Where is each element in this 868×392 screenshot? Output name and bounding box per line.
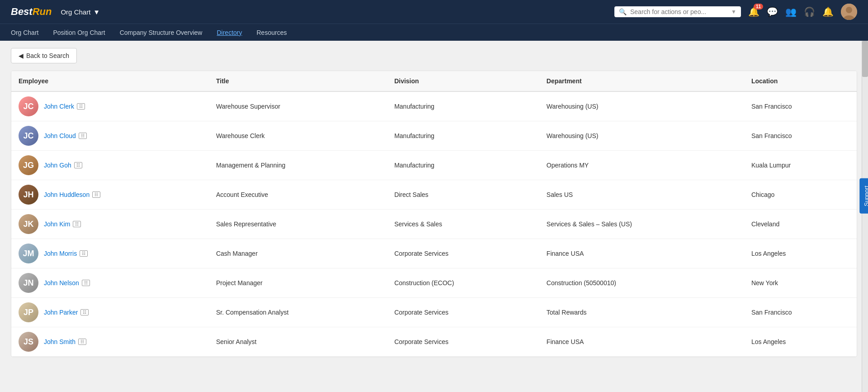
department-cell: Total Rewards: [539, 298, 744, 327]
division-cell: Corporate Services: [387, 298, 539, 327]
employee-avatar: JM: [19, 244, 38, 263]
directory-table: Employee Title Division Department Locat…: [11, 71, 857, 357]
top-bar-left: BestRun Org Chart ▼: [11, 6, 100, 18]
employee-cell-inner: JC John Clerk ☷: [19, 96, 202, 116]
avatar-initials: JN: [19, 273, 38, 293]
division-cell: Direct Sales: [387, 180, 539, 210]
employee-cell-inner: JK John Kim ☷: [19, 214, 202, 234]
table-row: JC John Clerk ☷ Warehouse SupervisorManu…: [11, 91, 857, 121]
employee-name-link[interactable]: John Goh: [44, 162, 71, 169]
employee-avatar: JG: [19, 155, 38, 175]
department-cell: Services & Sales – Sales (US): [539, 210, 744, 239]
division-cell: Corporate Services: [387, 327, 539, 357]
table-row: JP John Parker ☷ Sr. Compensation Analys…: [11, 298, 857, 327]
scrollbar-thumb[interactable]: [862, 41, 868, 77]
bell-icon: 🔔: [822, 7, 834, 17]
employee-name-link[interactable]: John Nelson: [44, 279, 79, 287]
employee-name-link[interactable]: John Morris: [44, 250, 77, 257]
logo[interactable]: BestRun: [11, 6, 52, 18]
title-cell: Project Manager: [209, 268, 387, 298]
avatar-initials: JC: [19, 96, 38, 116]
employee-name-link[interactable]: John Huddleson: [44, 191, 90, 198]
table-row: JM John Morris ☷ Cash ManagerCorporate S…: [11, 239, 857, 268]
location-cell: Kuala Lumpur: [744, 151, 857, 180]
bell-button[interactable]: 🔔: [822, 6, 834, 17]
employee-info: John Parker ☷: [44, 309, 89, 316]
scrollbar-track[interactable]: [862, 41, 868, 392]
avatar-initials: JK: [19, 214, 38, 234]
employee-card-icon[interactable]: ☷: [78, 339, 86, 345]
nav-resources[interactable]: Resources: [257, 25, 287, 40]
employee-card-icon[interactable]: ☷: [74, 162, 82, 168]
department-cell: Finance USA: [539, 327, 744, 357]
location-cell: Los Angeles: [744, 327, 857, 357]
employee-cell: JC John Cloud ☷: [11, 121, 209, 151]
avatar-initials: JP: [19, 302, 38, 322]
user-avatar[interactable]: [841, 4, 857, 20]
employee-cell-inner: JC John Cloud ☷: [19, 126, 202, 146]
col-department: Department: [539, 71, 744, 91]
search-bar[interactable]: 🔍 ▼: [614, 6, 741, 17]
employee-cell-inner: JG John Goh ☷: [19, 155, 202, 175]
employee-cell-inner: JN John Nelson ☷: [19, 273, 202, 293]
contacts-button[interactable]: 👥: [785, 6, 797, 17]
division-cell: Manufacturing: [387, 91, 539, 121]
employee-info: John Clerk ☷: [44, 103, 85, 110]
employee-cell: JS John Smith ☷: [11, 327, 209, 357]
nav-company-structure[interactable]: Company Structure Overview: [120, 25, 203, 40]
title-cell: Senior Analyst: [209, 327, 387, 357]
employee-avatar: JS: [19, 332, 38, 352]
chat-button[interactable]: 💬: [767, 6, 778, 17]
org-chart-dropdown[interactable]: Org Chart ▼: [61, 8, 100, 16]
location-cell: Los Angeles: [744, 239, 857, 268]
division-cell: Manufacturing: [387, 121, 539, 151]
title-cell: Management & Planning: [209, 151, 387, 180]
logo-run: Run: [33, 6, 52, 18]
location-cell: New York: [744, 268, 857, 298]
employee-name-link[interactable]: John Clerk: [44, 103, 74, 110]
location-cell: Chicago: [744, 180, 857, 210]
col-employee: Employee: [11, 71, 209, 91]
title-cell: Warehouse Clerk: [209, 121, 387, 151]
employee-cell: JC John Clerk ☷: [11, 91, 209, 121]
employee-card-icon[interactable]: ☷: [80, 250, 88, 257]
table-row: JS John Smith ☷ Senior AnalystCorporate …: [11, 327, 857, 357]
employee-name-link[interactable]: John Smith: [44, 338, 75, 345]
division-cell: Construction (ECOC): [387, 268, 539, 298]
employee-name-link[interactable]: John Kim: [44, 220, 70, 228]
support-tab[interactable]: Support: [860, 178, 868, 214]
employee-cell: JP John Parker ☷: [11, 298, 209, 327]
notifications-button[interactable]: 🔔 11: [748, 6, 760, 17]
employee-avatar: JC: [19, 96, 38, 116]
employee-name-link[interactable]: John Cloud: [44, 132, 76, 139]
top-bar: BestRun Org Chart ▼ 🔍 ▼ 🔔 11 💬 👥 🎧 🔔: [0, 0, 868, 24]
chat-icon: 💬: [767, 7, 778, 17]
employee-card-icon[interactable]: ☷: [77, 103, 85, 110]
table-row: JG John Goh ☷ Management & PlanningManuf…: [11, 151, 857, 180]
back-to-search-button[interactable]: ◀ Back to Search: [11, 48, 77, 63]
table-header-row: Employee Title Division Department Locat…: [11, 71, 857, 91]
title-cell: Sales Representative: [209, 210, 387, 239]
employee-card-icon[interactable]: ☷: [73, 221, 81, 227]
employee-cell-inner: JM John Morris ☷: [19, 244, 202, 263]
notification-badge: 11: [754, 4, 763, 10]
search-dropdown-icon[interactable]: ▼: [731, 9, 736, 15]
nav-org-chart[interactable]: Org Chart: [11, 25, 38, 40]
org-chart-label: Org Chart: [61, 8, 90, 16]
headset-button[interactable]: 🎧: [804, 6, 815, 17]
employee-info: John Goh ☷: [44, 162, 82, 169]
search-input[interactable]: [630, 8, 727, 15]
employee-card-icon[interactable]: ☷: [80, 309, 89, 316]
employee-card-icon[interactable]: ☷: [82, 280, 90, 286]
employee-cell-inner: JH John Huddleson ☷: [19, 185, 202, 205]
avatar-initials: JS: [19, 332, 38, 352]
col-division: Division: [387, 71, 539, 91]
employee-card-icon[interactable]: ☷: [79, 133, 87, 139]
employee-card-icon[interactable]: ☷: [92, 191, 100, 198]
nav-directory[interactable]: Directory: [217, 25, 242, 40]
employee-cell-inner: JS John Smith ☷: [19, 332, 202, 352]
nav-position-org-chart[interactable]: Position Org Chart: [53, 25, 105, 40]
employee-cell-inner: JP John Parker ☷: [19, 302, 202, 322]
employee-name-link[interactable]: John Parker: [44, 309, 78, 316]
col-location: Location: [744, 71, 857, 91]
